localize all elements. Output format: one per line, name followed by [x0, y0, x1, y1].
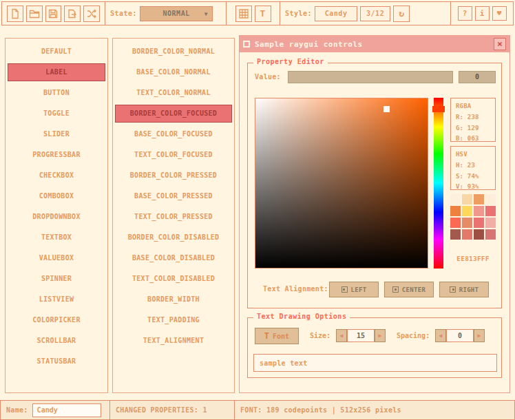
- hex-color-value[interactable]: EE813FFF: [449, 255, 497, 262]
- property-list-item[interactable]: BASE_COLOR_NORMAL: [115, 63, 232, 81]
- rgba-line: B: 063: [456, 134, 495, 145]
- control-list-item[interactable]: COLORPICKER: [8, 311, 105, 329]
- align-left-button[interactable]: LEFT: [329, 282, 379, 297]
- help-button[interactable]: ?: [458, 6, 472, 21]
- align-right-button[interactable]: RIGHT: [439, 282, 489, 297]
- size-increment-button[interactable]: ▶: [375, 329, 386, 342]
- control-list-item[interactable]: SPINNER: [8, 270, 105, 288]
- sample-controls-window: Sample raygui controls × Property Editor…: [239, 35, 510, 393]
- control-list-item[interactable]: STATUSBAR: [8, 353, 105, 370]
- color-swatch[interactable]: [474, 218, 484, 228]
- color-swatch[interactable]: [450, 206, 461, 216]
- control-list-item[interactable]: DROPDOWNBOX: [8, 208, 105, 226]
- control-list-item[interactable]: DEFAULT: [8, 43, 105, 61]
- window-titlebar[interactable]: Sample raygui controls ×: [240, 36, 509, 52]
- property-list-item[interactable]: TEXT_ALIGNMENT: [115, 332, 232, 350]
- size-value-box[interactable]: 15: [347, 329, 375, 342]
- property-list-item[interactable]: TEXT_COLOR_PRESSED: [115, 208, 232, 226]
- save-style-button[interactable]: [45, 6, 62, 22]
- property-list-item[interactable]: BORDER_COLOR_DISABLED: [115, 229, 232, 246]
- color-picker-cursor[interactable]: [383, 106, 390, 112]
- sponsor-button[interactable]: ♥: [492, 6, 507, 21]
- spacing-label: Spacing:: [397, 332, 430, 339]
- property-list-item[interactable]: TEXT_COLOR_DISABLED: [115, 270, 232, 288]
- control-list-item[interactable]: CHECKBOX: [8, 167, 105, 185]
- spacing-decrement-button[interactable]: ◀: [435, 329, 446, 342]
- spacing-value-box[interactable]: 0: [446, 329, 474, 342]
- control-list-item[interactable]: LABEL: [8, 63, 105, 81]
- load-style-button[interactable]: [26, 6, 43, 22]
- control-list-item[interactable]: TEXTBOX: [8, 229, 105, 246]
- property-list-item[interactable]: BORDER_WIDTH: [115, 291, 232, 308]
- color-swatch[interactable]: [485, 194, 496, 204]
- control-list-item[interactable]: VALUEBOX: [8, 249, 105, 267]
- export-style-button[interactable]: [64, 6, 81, 22]
- font-icon: T: [264, 331, 269, 341]
- text-icon: T: [260, 9, 266, 18]
- control-list-item[interactable]: COMBOBOX: [8, 187, 105, 205]
- control-list-item[interactable]: BUTTON: [8, 84, 105, 102]
- value-box[interactable]: 0: [459, 71, 496, 83]
- state-dropdown[interactable]: NORMAL ▼: [140, 6, 213, 21]
- random-style-button[interactable]: [83, 6, 100, 22]
- sample-text-input[interactable]: [253, 354, 497, 372]
- statusbar-font-section: FONT: 189 codepoints | 512x256 pixels: [235, 400, 515, 420]
- align-left-label: LEFT: [351, 286, 367, 293]
- info-button[interactable]: i: [475, 6, 490, 21]
- spacing-increment-button[interactable]: ▶: [474, 329, 485, 342]
- align-center-icon: [392, 286, 399, 293]
- property-list-item[interactable]: TEXT_PADDING: [115, 311, 232, 329]
- value-slider[interactable]: [288, 71, 453, 83]
- properties-listview[interactable]: BORDER_COLOR_NORMALBASE_COLOR_NORMALTEXT…: [112, 38, 235, 393]
- font-button-label: Font: [273, 333, 289, 340]
- rgba-title: RGBA: [456, 101, 495, 112]
- window-icon: [243, 41, 250, 48]
- right-arrow-icon: ▶: [478, 333, 481, 339]
- style-name-input[interactable]: [32, 403, 101, 417]
- hue-bar-cursor[interactable]: [432, 106, 445, 112]
- new-style-button[interactable]: [7, 6, 23, 22]
- property-list-item[interactable]: BORDER_COLOR_NORMAL: [115, 43, 232, 61]
- right-arrow-icon: ▶: [379, 333, 382, 339]
- color-swatch[interactable]: [462, 218, 472, 228]
- toolbar-file-section: [2, 2, 105, 25]
- color-swatch[interactable]: [474, 229, 484, 240]
- size-decrement-button[interactable]: ◀: [336, 329, 347, 342]
- hue-bar[interactable]: [434, 98, 443, 269]
- control-list-item[interactable]: LISTVIEW: [8, 291, 105, 308]
- color-swatch[interactable]: [462, 206, 472, 216]
- close-button[interactable]: ×: [494, 38, 506, 50]
- property-list-item[interactable]: BASE_COLOR_FOCUSED: [115, 125, 232, 143]
- color-swatch[interactable]: [485, 206, 496, 216]
- property-list-item[interactable]: TEXT_COLOR_NORMAL: [115, 84, 232, 102]
- color-picker-panel[interactable]: [255, 98, 428, 269]
- control-list-item[interactable]: SCROLLBAR: [8, 332, 105, 350]
- property-list-item[interactable]: BORDER_COLOR_PRESSED: [115, 167, 232, 185]
- align-left-icon: [341, 286, 348, 293]
- color-swatch[interactable]: [474, 194, 484, 204]
- control-list-item[interactable]: PROGRESSBAR: [8, 146, 105, 164]
- property-list-item[interactable]: BORDER_COLOR_FOCUSED: [115, 105, 232, 123]
- color-swatch[interactable]: [462, 229, 472, 240]
- color-swatch[interactable]: [474, 206, 484, 216]
- align-center-button[interactable]: CENTER: [384, 282, 434, 297]
- name-label: Name:: [6, 406, 28, 414]
- reload-style-button[interactable]: ↻: [393, 6, 410, 22]
- color-swatch[interactable]: [462, 194, 472, 204]
- color-swatch[interactable]: [450, 194, 461, 204]
- property-list-item[interactable]: BASE_COLOR_DISABLED: [115, 249, 232, 267]
- toolbar-view-section: T: [227, 2, 280, 25]
- text-toggle-button[interactable]: T: [255, 6, 271, 22]
- color-swatch[interactable]: [450, 229, 461, 240]
- color-swatch[interactable]: [450, 218, 461, 228]
- controls-listview[interactable]: DEFAULTLABELBUTTONTOGGLESLIDERPROGRESSBA…: [5, 38, 108, 393]
- font-button[interactable]: T Font: [255, 328, 299, 344]
- property-list-item[interactable]: TEXT_COLOR_FOCUSED: [115, 146, 232, 164]
- color-swatch[interactable]: [485, 218, 496, 228]
- style-name-box[interactable]: Candy: [315, 6, 357, 21]
- property-list-item[interactable]: BASE_COLOR_PRESSED: [115, 187, 232, 205]
- control-list-item[interactable]: SLIDER: [8, 125, 105, 143]
- grid-toggle-button[interactable]: [235, 6, 252, 22]
- control-list-item[interactable]: TOGGLE: [8, 105, 105, 123]
- color-swatch[interactable]: [485, 229, 496, 240]
